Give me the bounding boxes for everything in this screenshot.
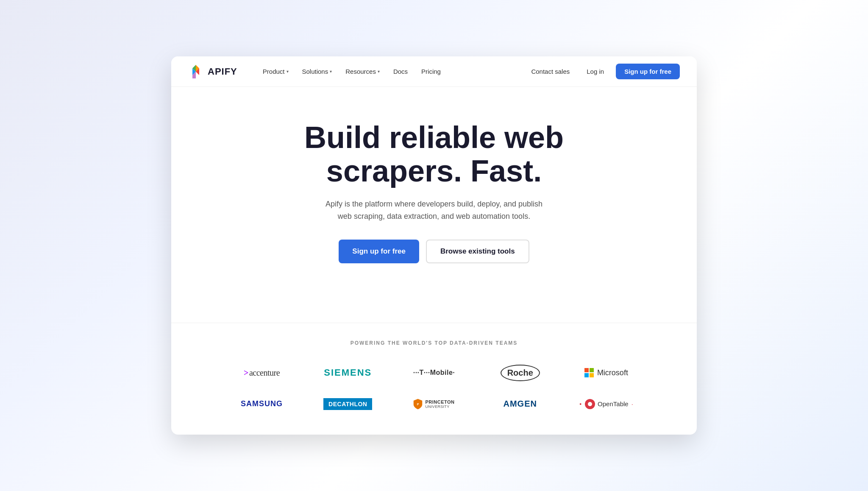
list-item: AMGEN xyxy=(481,396,560,412)
list-item: Microsoft xyxy=(567,365,646,381)
ms-cell-yellow xyxy=(590,373,594,377)
nav-item-resources[interactable]: Resources ▾ xyxy=(340,64,385,78)
resources-chevron-icon: ▾ xyxy=(378,69,380,74)
list-item: ···T···Mobile· xyxy=(394,365,473,380)
nav-item-solutions[interactable]: Solutions ▾ xyxy=(297,64,337,78)
nav-links: Product ▾ Solutions ▾ Resources ▾ Docs P… xyxy=(258,64,526,78)
social-proof-section: POWERING THE WORLD'S TOP DATA-DRIVEN TEA… xyxy=(171,323,697,435)
product-chevron-icon: ▾ xyxy=(287,69,289,74)
svg-text:P: P xyxy=(417,403,419,406)
login-link[interactable]: Log in xyxy=(581,64,609,78)
contact-sales-link[interactable]: Contact sales xyxy=(526,64,575,78)
nav-actions: Contact sales Log in Sign up for free xyxy=(526,64,680,79)
microsoft-grid-icon xyxy=(584,368,594,377)
opentable-circle-icon xyxy=(585,399,595,409)
list-item: • OpenTable · xyxy=(567,396,646,413)
ms-cell-green xyxy=(590,368,594,372)
browser-window: APIFY Product ▾ Solutions ▾ Resources ▾ … xyxy=(171,56,697,435)
navbar: APIFY Product ▾ Solutions ▾ Resources ▾ … xyxy=(171,56,697,87)
apify-logo-icon xyxy=(188,64,203,79)
opentable-logo: • OpenTable · xyxy=(579,399,633,409)
hero-section: Build reliable web scrapers. Fast. Apify… xyxy=(171,87,697,323)
hero-subtitle: Apify is the platform where developers b… xyxy=(324,198,544,223)
amgen-logo: AMGEN xyxy=(503,399,537,409)
solutions-chevron-icon: ▾ xyxy=(330,69,332,74)
list-item: Roche xyxy=(481,361,560,385)
signup-hero-button[interactable]: Sign up for free xyxy=(339,240,419,263)
nav-item-pricing[interactable]: Pricing xyxy=(416,64,446,78)
microsoft-logo: Microsoft xyxy=(584,368,628,377)
princeton-logo: P PRINCETON UNIVERSITY xyxy=(413,399,454,410)
samsung-logo: SAMSUNG xyxy=(241,399,283,408)
decathlon-logo: DECATHLON xyxy=(323,398,372,410)
list-item: SAMSUNG xyxy=(222,396,301,412)
accenture-logo: accenture xyxy=(244,368,280,378)
nav-item-docs[interactable]: Docs xyxy=(388,64,413,78)
logo-link[interactable]: APIFY xyxy=(188,64,237,79)
princeton-shield-icon: P xyxy=(413,399,423,410)
list-item: DECATHLON xyxy=(308,395,387,413)
browse-tools-button[interactable]: Browse existing tools xyxy=(426,240,529,263)
ms-cell-blue xyxy=(584,373,589,377)
logo-text: APIFY xyxy=(208,66,237,77)
ms-cell-red xyxy=(584,368,589,372)
logos-grid: accenture SIEMENS ···T···Mobile· Roche xyxy=(222,361,646,413)
social-proof-label: POWERING THE WORLD'S TOP DATA-DRIVEN TEA… xyxy=(188,340,680,346)
list-item: SIEMENS xyxy=(308,364,387,382)
hero-buttons: Sign up for free Browse existing tools xyxy=(188,240,680,263)
list-item: accenture xyxy=(222,365,301,381)
nav-item-product[interactable]: Product ▾ xyxy=(258,64,294,78)
roche-logo: Roche xyxy=(501,365,540,381)
tmobile-logo: ···T···Mobile· xyxy=(413,369,455,377)
list-item: P PRINCETON UNIVERSITY xyxy=(394,395,473,413)
signup-nav-button[interactable]: Sign up for free xyxy=(616,64,680,79)
hero-title: Build reliable web scrapers. Fast. xyxy=(286,121,582,188)
siemens-logo: SIEMENS xyxy=(324,367,372,378)
